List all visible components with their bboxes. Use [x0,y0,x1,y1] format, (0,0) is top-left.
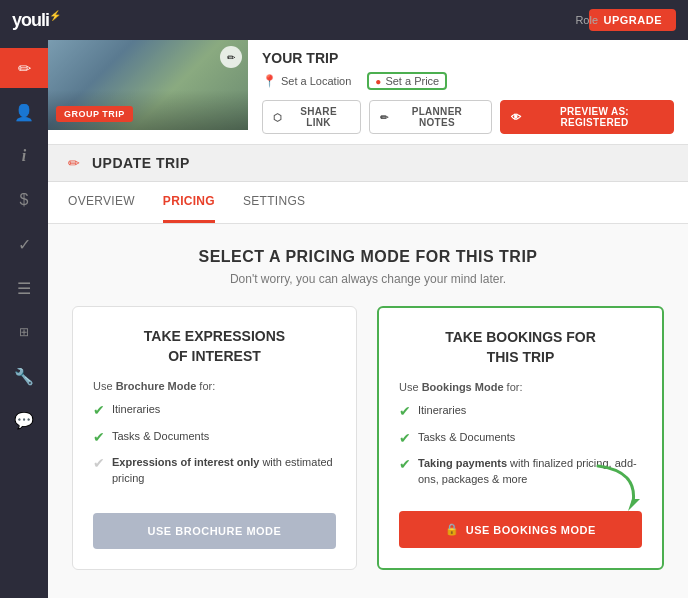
pricing-section-title: SELECT A PRICING MODE FOR THIS TRIP [72,248,664,266]
price-circle-icon: ● [375,76,381,87]
check-icon-1: ✔ [93,401,105,421]
check-icon: ✓ [18,235,31,254]
sidebar-item-document[interactable]: ☰ [0,268,48,308]
check-icon-6: ✔ [399,455,411,475]
pricing-section-subtitle: Don't worry, you can always change your … [72,272,664,286]
sidebar: ✏ 👤 i $ ✓ ☰ ⊞ 🔧 💬 [0,40,48,598]
bookings-feature-1: ✔ Itineraries [399,403,642,422]
upgrade-button[interactable]: UPGRADE [589,9,676,31]
svg-marker-0 [628,499,640,511]
sidebar-item-dollar[interactable]: $ [0,180,48,220]
page-title: UPDATE TRIP [92,155,190,171]
pencil-icon: ✏ [68,155,80,171]
brochure-feature-2: ✔ Tasks & Documents [93,429,336,448]
info-icon: i [22,147,26,165]
preview-icon: 👁 [511,112,521,123]
bookings-card-title: TAKE BOOKINGS FORTHIS TRIP [399,328,642,367]
tabs-bar: OVERVIEW PRICING SETTINGS [48,182,688,224]
bookings-mode-card: TAKE BOOKINGS FORTHIS TRIP Use Bookings … [377,306,664,570]
person-icon: 👤 [14,103,34,122]
preview-button[interactable]: 👁 PREVIEW AS: REGISTERED [500,100,674,134]
use-bookings-mode-button[interactable]: 🔒 USE BOOKINGS MODE [399,511,642,548]
content-area: ✏ GROUP TRIP YOUR TRIP 📍 Set a Location … [48,40,688,598]
set-price-label: Set a Price [385,75,439,87]
use-brochure-mode-button[interactable]: USE BROCHURE MODE [93,513,336,549]
brochure-feature-1: ✔ Itineraries [93,402,336,421]
green-arrow-icon [588,461,648,516]
share-icon: ⬡ [273,112,282,123]
edit-icon: ✏ [18,59,31,78]
trip-header: ✏ GROUP TRIP YOUR TRIP 📍 Set a Location … [48,40,688,145]
dollar-icon: $ [20,191,29,209]
pricing-header: SELECT A PRICING MODE FOR THIS TRIP Don'… [72,248,664,286]
brochure-card-title: TAKE EXPRESSIONSOF INTEREST [93,327,336,366]
sidebar-item-wrench[interactable]: 🔧 [0,356,48,396]
planner-notes-button[interactable]: ✏ PLANNER NOTES [369,100,492,134]
sidebar-item-grid[interactable]: ⊞ [0,312,48,352]
top-navbar: youli⚡ Role UPGRADE [0,0,688,40]
bookings-feature-2: ✔ Tasks & Documents [399,430,642,449]
tab-overview[interactable]: OVERVIEW [68,182,135,223]
location-pin-icon: 📍 [262,74,277,88]
trip-actions: ⬡ SHARE LINK ✏ PLANNER NOTES 👁 PREVIEW A… [262,100,674,134]
trip-info: YOUR TRIP 📍 Set a Location ● Set a Price… [248,40,688,144]
edit-image-button[interactable]: ✏ [220,46,242,68]
brochure-feature-3: ✔ Expressions of interest only with esti… [93,455,336,486]
role-text: Role [575,14,598,26]
trip-title: YOUR TRIP [262,50,674,66]
sidebar-item-info[interactable]: i [0,136,48,176]
trip-image: ✏ GROUP TRIP [48,40,248,130]
share-link-button[interactable]: ⬡ SHARE LINK [262,100,361,134]
check-icon-5: ✔ [399,429,411,449]
chat-icon: 💬 [14,411,34,430]
pricing-content: SELECT A PRICING MODE FOR THIS TRIP Don'… [48,224,688,598]
sidebar-item-person[interactable]: 👤 [0,92,48,132]
brochure-feature-list: ✔ Itineraries ✔ Tasks & Documents ✔ Expr… [93,402,336,497]
logo: youli⚡ [12,10,60,31]
set-price-meta[interactable]: ● Set a Price [367,72,447,90]
wrench-icon: 🔧 [14,367,34,386]
sidebar-item-check[interactable]: ✓ [0,224,48,264]
main-layout: ✏ 👤 i $ ✓ ☰ ⊞ 🔧 💬 ✏ [0,40,688,598]
brochure-card-subtitle: Use Brochure Mode for: [93,380,336,392]
group-trip-badge: GROUP TRIP [56,106,133,122]
sidebar-item-chat[interactable]: 💬 [0,400,48,440]
location-meta[interactable]: 📍 Set a Location [262,74,351,88]
lock-icon: 🔒 [445,523,460,536]
set-location-label: Set a Location [281,75,351,87]
trip-meta: 📍 Set a Location ● Set a Price [262,72,674,90]
check-icon-3: ✔ [93,454,105,474]
grid-icon: ⊞ [19,325,29,339]
check-icon-4: ✔ [399,402,411,422]
sidebar-item-edit[interactable]: ✏ [0,48,48,88]
pricing-cards-row: TAKE EXPRESSIONSOF INTEREST Use Brochure… [72,306,664,570]
tab-pricing[interactable]: PRICING [163,182,215,223]
check-icon-2: ✔ [93,428,105,448]
page-header: ✏ UPDATE TRIP [48,145,688,182]
bookings-card-subtitle: Use Bookings Mode for: [399,381,642,393]
notes-icon: ✏ [380,112,388,123]
document-icon: ☰ [17,279,31,298]
tab-settings[interactable]: SETTINGS [243,182,305,223]
brochure-mode-card: TAKE EXPRESSIONSOF INTEREST Use Brochure… [72,306,357,570]
